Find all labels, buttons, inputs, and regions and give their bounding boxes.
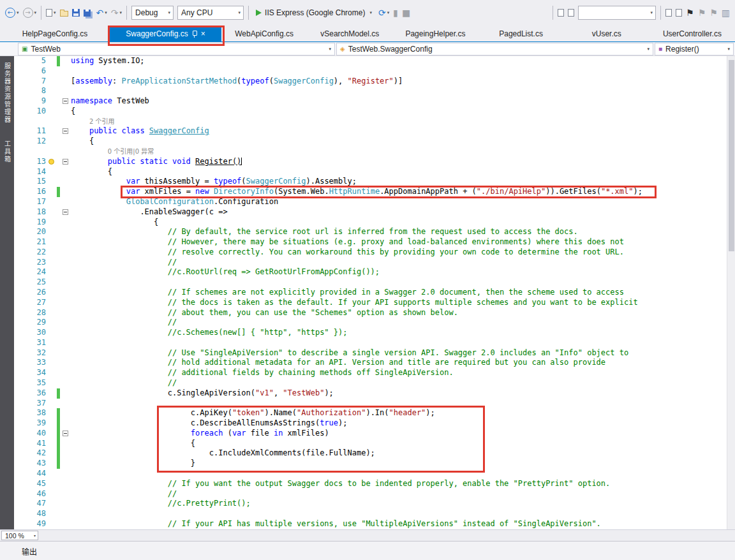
tab-label: SwaggerConfig.cs — [126, 29, 188, 38]
vertical-scrollbar[interactable] — [727, 56, 735, 529]
tool-window-tab[interactable]: 服务器资源管理器 — [3, 63, 12, 124]
start-debugging-button[interactable]: IIS Express (Google Chrome)▾ — [251, 8, 376, 17]
fold-collapse-toggle[interactable] — [63, 128, 68, 134]
output-panel-label[interactable]: 输出 — [22, 548, 37, 557]
start-debugging-button-label: IIS Express (Google Chrome) — [265, 8, 365, 17]
horizontal-scrollbar[interactable] — [38, 530, 735, 541]
line-number: 13 — [29, 157, 46, 167]
properties-window-button[interactable] — [674, 5, 684, 20]
codelens-references[interactable]: 0 个引用|0 异常 — [108, 148, 154, 155]
navigate-forward-button[interactable]: →▾ — [21, 5, 39, 20]
comment-selection-button[interactable]: ▥ — [720, 5, 732, 20]
type-dropdown-label: TestWeb.SwaggerConfig — [348, 45, 433, 54]
code-line: 22 // resolve correctly. You can workaro… — [14, 247, 727, 258]
fold-collapse-toggle[interactable] — [63, 159, 68, 165]
line-number: 32 — [29, 348, 46, 358]
redo-button[interactable]: ↷▾ — [109, 5, 124, 20]
code-line: 41 { — [14, 439, 727, 449]
solution-explorer-button[interactable] — [664, 5, 674, 20]
next-bookmark-button[interactable]: ⚑ — [708, 5, 720, 20]
code-line: 28 // about them, you can use the "Schem… — [14, 308, 727, 318]
break-all-button[interactable]: ▮ — [391, 5, 400, 20]
line-number: 44 — [29, 469, 46, 479]
code-line: 36 c.SingleApiVersion("v1", "TestWeb"); — [14, 388, 727, 399]
vertical-scrollbar-thumb[interactable] — [729, 60, 734, 251]
code-line: 17 GlobalConfiguration.Configuration — [14, 197, 727, 207]
type-dropdown[interactable]: ◈ TestWeb.SwaggerConfig ▾ — [336, 43, 653, 55]
chevron-down-icon[interactable]: ▾ — [236, 10, 244, 15]
code-line: 14 { — [14, 167, 727, 177]
tab-PageingHelper-cs[interactable]: PageingHelper.cs — [392, 26, 478, 41]
chevron-down-icon[interactable]: ▾ — [648, 10, 656, 15]
chevron-down-icon[interactable]: ▾ — [105, 10, 107, 15]
navigation-bar: ▣ TestWeb ▾ ◈ TestWeb.SwaggerConfig ▾ ■ … — [0, 42, 735, 56]
tab-label: UserController.cs — [663, 29, 722, 38]
undo-button[interactable]: ↶▾ — [94, 5, 109, 20]
code-line: 21 // However, there may be situations (… — [14, 237, 727, 247]
code-line: 8 — [14, 86, 727, 96]
code-line: 45 // If you want the output Swagger doc… — [14, 479, 727, 489]
tool-window-tab[interactable]: 工具箱 — [3, 140, 12, 163]
project-dropdown[interactable]: ▣ TestWeb ▾ — [18, 43, 335, 55]
chevron-down-icon[interactable]: ▾ — [34, 533, 38, 538]
chevron-down-icon[interactable]: ▾ — [387, 10, 390, 15]
change-indicator — [57, 439, 60, 449]
line-number: 26 — [29, 288, 46, 298]
code-line: 39 c.DescribeAllEnumsAsStrings(true); — [14, 418, 727, 429]
member-dropdown[interactable]: ■ Register() ▾ — [655, 43, 734, 55]
line-number: 20 — [29, 227, 46, 237]
line-number: 6 — [29, 66, 46, 77]
fold-collapse-toggle[interactable] — [63, 431, 68, 436]
chevron-down-icon[interactable]: ▾ — [34, 10, 37, 15]
code-editor[interactable]: 5using System.IO;67[assembly: PreApplica… — [14, 56, 735, 529]
fold-collapse-toggle[interactable] — [63, 209, 68, 215]
line-number: 17 — [29, 197, 46, 207]
chevron-down-icon[interactable]: ▾ — [54, 10, 56, 15]
project-icon: ▣ — [22, 46, 27, 52]
solution-configuration-dropdown[interactable]: Debug▾ — [131, 6, 174, 20]
tab-PagedList-cs[interactable]: PagedList.cs — [479, 26, 564, 41]
open-file-button[interactable] — [58, 5, 70, 20]
codelens-references[interactable]: 2 个引用 — [89, 118, 115, 125]
fold-collapse-toggle[interactable] — [63, 98, 68, 104]
line-number: 30 — [29, 328, 46, 338]
stop-debugging-button[interactable]: ■ — [400, 5, 412, 20]
chevron-down-icon[interactable]: ▾ — [724, 47, 733, 52]
chevron-down-icon[interactable]: ▾ — [369, 10, 372, 15]
save-all-button[interactable] — [82, 5, 94, 20]
save-button[interactable] — [70, 5, 82, 20]
tab-HelpPageConfig-cs[interactable]: HelpPageConfig.cs — [0, 26, 110, 41]
chevron-down-icon[interactable]: ▾ — [120, 10, 122, 15]
find-in-files-button[interactable] — [566, 5, 576, 20]
change-indicator — [57, 388, 60, 399]
tool-window-strip: 服务器资源管理器工具箱 — [0, 56, 14, 529]
tab-WebApiConfig-cs[interactable]: WebApiConfig.cs — [221, 26, 307, 41]
new-file-button[interactable]: ▾ — [44, 5, 58, 20]
previous-bookmark-button[interactable]: ⚑ — [696, 5, 708, 20]
chevron-down-icon[interactable]: ▾ — [17, 10, 19, 15]
refresh-button[interactable]: ⟳▾ — [376, 5, 391, 20]
toggle-bookmark-button[interactable]: ⚑ — [684, 5, 696, 20]
close-icon[interactable]: × — [201, 30, 205, 38]
tab-vSearchModel-cs[interactable]: vSearchModel.cs — [307, 26, 392, 41]
solution-platform-dropdown[interactable]: Any CPU▾ — [177, 6, 244, 20]
code-line: 27 // the docs is taken as the default. … — [14, 298, 727, 308]
tab-label: PageingHelper.cs — [405, 29, 465, 38]
tab-SwaggerConfig-cs[interactable]: SwaggerConfig.cs× — [110, 26, 221, 41]
chevron-down-icon[interactable]: ▾ — [325, 47, 334, 52]
toolbar-search-combo[interactable]: ▾ — [578, 6, 656, 20]
code-line: 7[assembly: PreApplicationStartMethod(ty… — [14, 77, 727, 87]
tab-vUser-cs[interactable]: vUser.cs — [564, 26, 650, 41]
zoom-dropdown[interactable]: 100 % ▾ — [1, 531, 38, 540]
preview-changes-button[interactable] — [556, 5, 566, 20]
code-line: 24 //c.RootUrl(req => GetRootUrlFromAppC… — [14, 267, 727, 277]
toolbar-separator — [553, 6, 553, 20]
code-line: 13 public static void Register() — [14, 157, 727, 167]
navigate-backward-button[interactable]: ←▾ — [3, 5, 21, 20]
tab-UserController-cs[interactable]: UserController.cs — [650, 26, 735, 41]
line-number: 27 — [29, 298, 46, 308]
lightbulb-icon[interactable] — [48, 159, 54, 165]
chevron-down-icon[interactable]: ▾ — [644, 47, 653, 52]
chevron-down-icon[interactable]: ▾ — [166, 10, 174, 15]
pin-icon[interactable] — [192, 30, 197, 38]
